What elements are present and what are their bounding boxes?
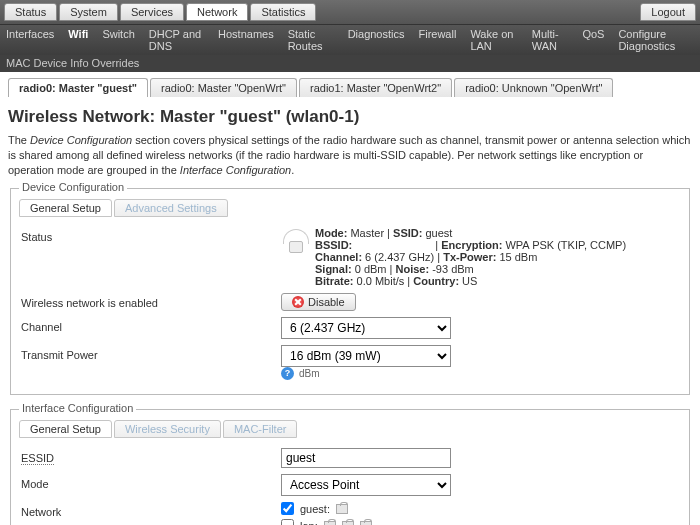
logout-button[interactable]: Logout [640,3,696,21]
page-description: The Device Configuration section covers … [8,133,692,178]
channel-select[interactable]: 6 (2.437 GHz) [281,317,451,339]
page-title: Wireless Network: Master "guest" (wlan0-… [8,107,692,127]
status-label: Status [21,227,281,243]
sub-nav-2[interactable]: MAC Device Info Overrides [0,55,700,72]
subtab-cfgdiag[interactable]: Configure Diagnostics [618,28,694,52]
tab-system[interactable]: System [59,3,118,21]
tab-services[interactable]: Services [120,3,184,21]
help-icon[interactable]: ? [281,367,294,380]
mode-label: Mode [21,474,281,490]
net-icon [324,521,336,525]
essid-label: ESSID [21,452,54,465]
interface-config-legend: Interface Configuration [19,402,136,414]
subtab-firewall[interactable]: Firewall [418,28,456,52]
channel-label: Channel [21,317,281,333]
iface-tab-2[interactable]: radio1: Master "OpenWrt2" [299,78,452,97]
tab-network[interactable]: Network [186,3,248,21]
iface-tab-3[interactable]: radio0: Unknown "OpenWrt" [454,78,613,97]
subtab-wol[interactable]: Wake on LAN [470,28,517,52]
disable-button[interactable]: Disable [281,293,356,311]
disable-icon [292,296,304,308]
txpower-unit: dBm [299,368,320,379]
net-icon [336,504,348,514]
subtab-dhcp[interactable]: DHCP and DNS [149,28,204,52]
top-nav: Status System Services Network Statistic… [0,0,700,25]
net-lan-cb[interactable] [281,519,294,525]
subtab-multiwan[interactable]: Multi-WAN [532,28,569,52]
subtab-hostnames[interactable]: Hostnames [218,28,274,52]
tab-statistics[interactable]: Statistics [250,3,316,21]
enabled-label: Wireless network is enabled [21,293,281,309]
subtab-qos[interactable]: QoS [582,28,604,52]
network-list: guest: lan: wan: create: ? Choose the ne… [281,502,679,525]
subtab-static-routes[interactable]: Static Routes [288,28,334,52]
subtab-diagnostics[interactable]: Diagnostics [348,28,405,52]
mode-select[interactable]: Access Point [281,474,451,496]
iface-tab-1[interactable]: radio0: Master "OpenWrt" [150,78,297,97]
device-config: Device Configuration General Setup Advan… [10,188,690,396]
net-icon [342,521,354,525]
signal-icon [281,227,309,255]
txpower-select[interactable]: 16 dBm (39 mW) [281,345,451,367]
network-label: Network [21,502,281,518]
txpower-label: Transmit Power [21,345,281,361]
essid-input[interactable] [281,448,451,468]
net-guest-cb[interactable] [281,502,294,515]
interface-config: Interface Configuration General Setup Wi… [10,409,690,525]
tab-status[interactable]: Status [4,3,57,21]
sub-nav: Interfaces Wifi Switch DHCP and DNS Host… [0,25,700,55]
subtab-interfaces[interactable]: Interfaces [6,28,54,52]
status-text: Mode: Master | SSID: guest BSSID: | Encr… [315,227,626,287]
iface-tabs: radio0: Master "guest" radio0: Master "O… [8,78,692,97]
device-config-legend: Device Configuration [19,181,127,193]
devtab-advanced[interactable]: Advanced Settings [114,199,228,217]
iftab-security[interactable]: Wireless Security [114,420,221,438]
net-icon [360,521,372,525]
iftab-general[interactable]: General Setup [19,420,112,438]
subtab-wifi[interactable]: Wifi [68,28,88,52]
iftab-macfilter[interactable]: MAC-Filter [223,420,298,438]
iface-tab-0[interactable]: radio0: Master "guest" [8,78,148,97]
devtab-general[interactable]: General Setup [19,199,112,217]
subtab-switch[interactable]: Switch [102,28,134,52]
